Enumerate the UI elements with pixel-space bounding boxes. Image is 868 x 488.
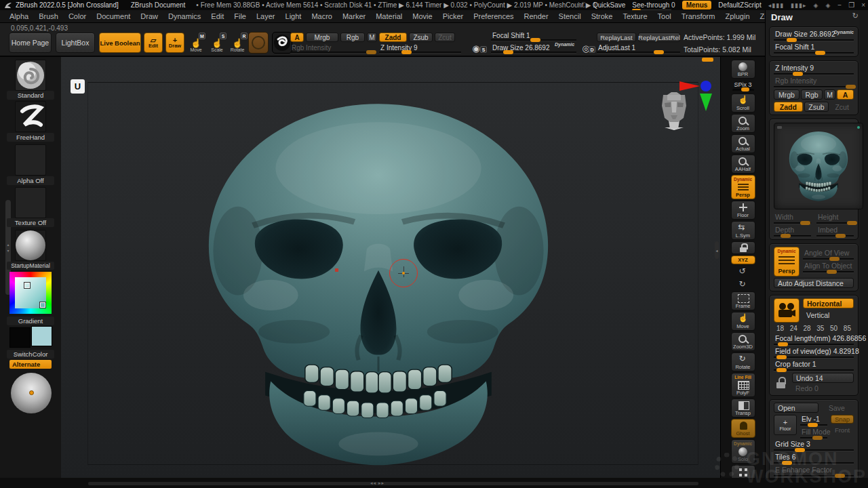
menu-item[interactable]: Alpha [9,12,28,20]
right-shelf-button[interactable]: L.Sym [731,221,755,240]
mrgb-button[interactable]: Mrgb [774,89,800,100]
move-button[interactable]: M ☝ Move [188,33,204,53]
redo-button[interactable]: Redo 0 [792,384,854,392]
zadd-button[interactable]: Zadd [774,102,803,112]
menu-item[interactable]: Tool [658,12,671,20]
fill-mode-slider[interactable]: Fill Mode [800,428,827,439]
menu-item[interactable]: Dynamics [168,12,201,20]
edit-button[interactable]: ▱ Edit [144,33,163,53]
a-toggle[interactable]: A [837,89,854,100]
light-placement-sphere[interactable] [11,373,52,413]
brush-thumbnail[interactable] [15,60,46,91]
z-intensity-slider[interactable]: Z Intensity 9 [774,64,854,75]
rotate-button[interactable]: R ☝ Rotate [229,33,246,53]
tiles-slider[interactable]: Tiles 6 [774,453,854,464]
panel-refresh-icon[interactable]: ↻ [852,12,859,20]
left-tray-toggle-icon[interactable]: ◂▮▮▮ [768,2,784,9]
right-shelf-button[interactable]: AAHalf [731,155,755,174]
right-shelf-button[interactable] [731,279,755,290]
canvas-corner-icon[interactable]: U [71,79,85,94]
undo-button[interactable]: Undo 14 [792,373,854,383]
align-to-object-slider[interactable]: Align To Object [803,262,854,272]
home-page-button[interactable]: Home Page [9,33,52,53]
right-shelf-button[interactable]: Actual [731,134,755,153]
dynamic-tag[interactable]: Dynamic [555,42,574,47]
replay-last-button[interactable]: ReplayLast [597,33,636,42]
e-enhance-factor-slider[interactable]: E Enhance Factor [774,466,854,476]
right-shelf-button[interactable]: Zoom [731,114,755,133]
floor-button[interactable]: + Floor [774,415,797,435]
default-zscript-button[interactable]: DefaultZScript [718,1,761,9]
material-thumbnail[interactable] [15,230,46,261]
m-button[interactable]: M [824,89,835,100]
replay-last-rel-button[interactable]: ReplayLastRel [638,33,680,42]
menu-item[interactable]: Marker [342,12,366,20]
persp-button[interactable]: Dynamic Persp [774,247,800,277]
height-slider[interactable]: Height [816,213,854,224]
document-canvas[interactable]: U ◂ [61,57,720,478]
right-shelf-button[interactable]: Line Fill PolyF [731,373,755,397]
ui-config2-icon[interactable]: ◈ [825,2,831,9]
tray-grip-handle[interactable] [702,58,713,62]
live-boolean-button[interactable]: Live Boolean [99,33,141,53]
save-button[interactable]: Save [820,403,854,413]
menu-item[interactable]: Picker [443,12,464,20]
minimize-button[interactable]: − [837,1,842,9]
menus-button[interactable]: Menus [682,1,712,9]
rgb-button[interactable]: Rgb [801,89,823,100]
close-button[interactable]: × [861,1,865,9]
menu-item[interactable]: Material [376,12,402,20]
menu-item[interactable]: Edit [211,12,224,20]
right-shelf-button[interactable]: Ghost [731,419,755,438]
horizontal-button[interactable]: Horizontal [803,298,854,308]
replay-icon-button[interactable]: D ◎ [578,33,594,53]
rgb-intensity-slider[interactable]: Rgb Intensity [290,44,376,54]
zsub-button[interactable]: Zsub [409,33,433,42]
quicksave-button[interactable]: QuickSave [593,1,625,9]
focal-shift-slider[interactable]: Focal Shift 1 [491,32,576,41]
fov-slider[interactable]: Field of view(deg) 4.82918 [774,347,854,358]
scale-button[interactable]: S ☝ Scale [209,33,225,53]
secondary-color-swatch[interactable] [31,326,52,346]
camera-button[interactable] [774,298,800,323]
axis-gizmo[interactable] [677,76,717,114]
grid-size-slider[interactable]: Grid Size 3 [774,440,854,451]
right-shelf-button[interactable]: Transp [731,399,755,418]
zsub-button[interactable]: Zsub [804,102,829,112]
right-tray-toggle-icon[interactable]: ▮▮▮▸ [791,2,806,9]
draw-mode-button[interactable]: + Draw [165,33,184,53]
scroll-track[interactable] [88,482,698,485]
focal-preset[interactable]: 35 [816,325,824,332]
main-color-swatch[interactable] [9,327,31,348]
right-shelf-button[interactable]: Frame [731,291,755,310]
color-picker-inner[interactable] [15,277,46,308]
alternate-button[interactable]: Alternate [9,360,52,369]
light-position-dot[interactable] [29,390,34,395]
focal-preset[interactable]: 50 [830,325,837,332]
right-shelf-button[interactable]: Floor [731,201,755,220]
menu-item[interactable]: Stroke [591,12,613,20]
ui-config-icon[interactable]: ◈ [814,2,819,9]
right-shelf-button[interactable]: Dynamic Solo [731,439,755,464]
right-shelf-button[interactable]: Rotate [731,352,755,371]
menu-item[interactable]: Movie [412,12,432,20]
right-shelf-button[interactable]: Scroll [731,94,755,113]
draw-size-slider[interactable]: Draw Size 26.8692 Dynamic [774,30,854,41]
right-shelf-button[interactable]: XYZ [731,256,755,264]
width-slider[interactable]: Width [774,213,811,224]
canvas-divider-handle[interactable]: ◂ [715,241,719,259]
focal-preset[interactable]: 24 [790,325,797,332]
snap-toggle[interactable]: Snap [831,415,854,424]
menu-item[interactable]: Stencil [559,12,581,20]
dynamic-tag[interactable]: Dynamic [834,30,854,35]
right-shelf-button[interactable]: Zoom3D [731,332,755,351]
see-through-slider[interactable]: See-through 0 [632,1,675,9]
right-shelf-button[interactable] [731,241,755,254]
scroll-arrows-icon[interactable]: ◂◂ ▸▸ [370,481,384,486]
focal-shift-slider[interactable]: Focal Shift 1 [774,43,854,54]
z-intensity-slider[interactable]: Z Intensity 9 [379,44,461,54]
undo-lock-icon[interactable] [774,375,789,390]
zcut-button[interactable]: Zcut [830,102,854,112]
menu-item[interactable]: Document [96,12,130,20]
open-button[interactable]: Open [774,403,818,413]
